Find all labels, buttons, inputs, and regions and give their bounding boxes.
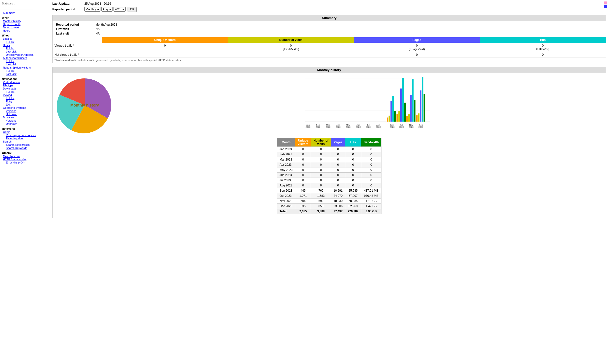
sidebar-item-full-list-6[interactable]: Full list [6, 97, 47, 100]
bar-oct-pages [400, 89, 402, 122]
cell-bw: 970.48 MB [361, 193, 381, 199]
th-nv: Number ofvisits [311, 138, 331, 147]
cell-uv: 1,071 [295, 193, 311, 199]
last-visit-value: NA [95, 31, 118, 36]
sidebar-item-search[interactable]: Search [3, 140, 47, 143]
minimize-icon[interactable] [604, 5, 607, 8]
viewed-label: Viewed traffic * [53, 43, 102, 52]
sidebar-item-summary[interactable]: Summary [3, 11, 47, 14]
sidebar-item-browsers[interactable]: Browsers [3, 116, 47, 119]
sidebar-item-exit[interactable]: Exit [6, 103, 47, 106]
sidebar-item-origin[interactable]: Origin [3, 130, 47, 133]
sidebar-item-days-of-month[interactable]: Days of month [3, 23, 47, 26]
reported-period-value: Month Aug 2023 [95, 22, 118, 27]
cell-month: Aug 2023 [277, 183, 295, 188]
sidebar-item-referring-sites[interactable]: Referring sites [6, 137, 47, 140]
sidebar-item-unknown-1[interactable]: Unknown [6, 113, 47, 116]
cell-uv: 0 [295, 147, 311, 152]
cell-nv: 1,583 [311, 193, 331, 199]
period-type-select[interactable]: Monthly Daily Hourly [84, 7, 100, 12]
th-month: Month [277, 138, 295, 147]
sidebar-item-monthly-history[interactable]: Monthly history [3, 19, 47, 22]
sidebar-item-visits-duration[interactable]: Visits duration [3, 81, 47, 84]
sidebar-item-entry[interactable]: Entry [6, 100, 47, 103]
col-number-visits: Number of visits [228, 37, 354, 43]
cell-bw: 0 [361, 167, 381, 173]
sidebar-item-unknown-2[interactable]: Unknown [6, 122, 47, 125]
cell-uv: 0 [295, 162, 311, 167]
last-visit-label: Last visit [55, 31, 95, 36]
cell-bw: 0 [361, 183, 381, 188]
cell-month: May 2023 [277, 167, 295, 173]
stats-header: Unique visitors Number of visits Pages H… [53, 37, 606, 43]
table-row: Sep 2023 445 760 10,291 25,585 437.21 MB [277, 188, 381, 193]
bar-nov-hits [412, 79, 414, 122]
cell-bw: 1.47 GB [361, 204, 381, 209]
sidebar-item-search-keyphrases[interactable]: Search Keyphrases [6, 143, 47, 146]
cell-hits: 57,907 [345, 193, 361, 199]
sidebar-item-full-list-5[interactable]: Full list [6, 90, 47, 93]
sidebar-item-locales[interactable]: Locales [3, 37, 47, 40]
cell-uv: 0 [295, 167, 311, 173]
sidebar-item-hosts[interactable]: Hosts [3, 44, 47, 47]
sidebar-item-miscellaneous[interactable]: Miscellaneous [3, 155, 47, 158]
ok-button[interactable]: OK [128, 7, 137, 12]
period-month-select[interactable]: JanFebMarApr MayJunJulAug SepOctNovDec [101, 7, 113, 12]
cell-month: Feb 2023 [277, 152, 295, 157]
cell-month: Jul 2023 [277, 178, 295, 183]
search-input[interactable] [2, 6, 34, 10]
monthly-data-table: Month Uniquevisitors Number ofvisits Pag… [277, 138, 381, 214]
viewed-nv: 0(0 visits/visitor) [228, 43, 354, 52]
footnote: * Not viewed traffic includes traffic ge… [53, 57, 606, 63]
sidebar-item-viewed[interactable]: Viewed [3, 93, 47, 96]
cell-hits: 0 [345, 147, 361, 152]
bar-dec-hits [422, 77, 423, 122]
cell-hits: 60,335 [345, 199, 361, 204]
period-year-select[interactable]: 2021202220232024 [114, 7, 126, 12]
sidebar-item-full-list-4[interactable]: Full list [6, 69, 47, 72]
close-icon[interactable] [604, 1, 607, 4]
svg-text:2023: 2023 [399, 126, 404, 128]
sidebar-item-days-of-week[interactable]: Days of week [3, 26, 47, 29]
sidebar-item-auth-users[interactable]: Authenticated users [3, 56, 47, 59]
sidebar-item-full-list-1[interactable]: Full list [6, 40, 47, 43]
bar-nov-nv [408, 114, 410, 122]
sidebar-item-hours[interactable]: Hours [3, 29, 47, 32]
cell-nv: 0 [311, 157, 331, 162]
viewed-uv: 0 [102, 43, 228, 52]
sidebar-item-last-visit-3[interactable]: Last visit [6, 73, 47, 75]
bar-nov-uv [406, 116, 408, 122]
sidebar-item-last-visit-2[interactable]: Last visit [6, 63, 47, 66]
col-hits: Hits [480, 37, 606, 43]
table-row: Nov 2023 504 692 18,930 60,335 1.11 GB [277, 199, 381, 204]
sidebar-item-last-visit-1[interactable]: Last visit [6, 50, 47, 53]
sidebar-item-http-status[interactable]: HTTP Status codes [3, 158, 47, 161]
cell-total-pages: 77,497 [331, 209, 345, 214]
sidebar-item-search-keywords[interactable]: Search Keywords [6, 146, 47, 149]
cell-uv: 0 [295, 183, 311, 188]
cell-bw: 0 [361, 152, 381, 157]
sidebar-item-robots[interactable]: Robots/Spiders visitors [3, 66, 47, 69]
last-update-label: Last Update: [52, 2, 84, 5]
summary-title: Summary [53, 15, 606, 21]
sidebar-item-downloads[interactable]: Downloads [3, 87, 47, 90]
sidebar-item-full-list-3[interactable]: Full list [6, 60, 47, 63]
sidebar-item-os[interactable]: Operating Systems [3, 106, 47, 109]
bar-sep-uv [387, 118, 388, 122]
sidebar-item-versions-1[interactable]: Versions [6, 109, 47, 112]
sidebar-item-file-type[interactable]: File type [3, 84, 47, 87]
cell-bw: 0 [361, 173, 381, 178]
sidebar-item-full-list-2[interactable]: Full list [6, 47, 47, 50]
first-visit-value: NA [95, 27, 118, 31]
cell-uv: 0 [295, 178, 311, 183]
cell-pages: 0 [331, 173, 345, 178]
sidebar-item-referring-se[interactable]: Referring search engines [6, 134, 47, 137]
when-label: When: [2, 16, 47, 19]
first-visit-label: First visit [55, 27, 95, 31]
cell-pages: 0 [331, 167, 345, 173]
sidebar-item-error-hits[interactable]: Error Hits (404) [6, 161, 47, 164]
sidebar-item-unresolved-ip[interactable]: Unresolved IP Address [6, 53, 47, 56]
bar-sep-pages [390, 101, 392, 122]
pie-title: Monthly history [70, 103, 99, 107]
sidebar-item-versions-2[interactable]: Versions [6, 119, 47, 122]
